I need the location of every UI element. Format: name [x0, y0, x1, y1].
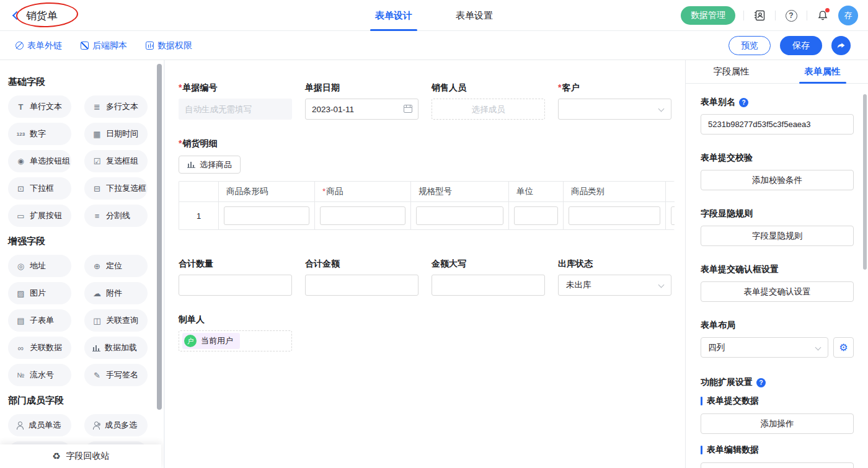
script-icon [81, 42, 89, 50]
field-item-single-line-text[interactable]: 单行文本 [8, 95, 71, 118]
field-item-member-multi[interactable]: 成员多选 [84, 414, 148, 436]
submit-data-add-button[interactable]: 添加操作 [701, 413, 854, 434]
edit-data-add-button[interactable]: 添加操作 [701, 462, 854, 468]
section-title-enhanced: 增强字段 [8, 236, 164, 247]
submit-confirm-button[interactable]: 表单提交确认设置 [701, 281, 854, 302]
preview-button[interactable]: 预览 [728, 36, 771, 55]
doc-no-label: 单据编号 [179, 82, 292, 94]
radio-icon [16, 157, 25, 166]
contact-book-icon[interactable] [752, 8, 767, 23]
backend-script-action[interactable]: 后端脚本 [81, 40, 127, 51]
unit-input[interactable] [514, 206, 558, 225]
field-item-image[interactable]: 图片 [8, 282, 71, 304]
spec-input[interactable] [416, 206, 503, 225]
subform-icon [16, 316, 25, 325]
field-item-checkbox-group[interactable]: 复选框组 [84, 150, 148, 172]
locate-icon [92, 262, 102, 271]
add-validation-button[interactable]: 添加校验条件 [701, 170, 854, 190]
field-item-subform[interactable]: 子表单 [8, 309, 71, 332]
field-total-amount[interactable]: 合计金额 [305, 258, 418, 296]
field-item-link-query[interactable]: 关联查询 [84, 309, 148, 332]
member-single-icon [16, 422, 24, 430]
tab-form-design[interactable]: 表单设计 [373, 0, 415, 31]
field-item-address[interactable]: 地址 [8, 255, 71, 277]
field-item-attachment[interactable]: 附件 [84, 282, 148, 304]
field-item-locate[interactable]: 定位 [84, 255, 148, 277]
barcode-input[interactable] [224, 206, 309, 225]
share-icon[interactable] [831, 36, 851, 55]
calendar-icon [404, 105, 412, 113]
notification-bell-icon[interactable] [815, 8, 830, 23]
creator-picker[interactable]: 户 当前用户 [179, 330, 292, 351]
back-icon[interactable] [12, 11, 21, 20]
field-doc-date[interactable]: 单据日期 [305, 82, 418, 120]
col-barcode-header: 商品条形码 [219, 182, 315, 202]
help-icon[interactable]: ? [739, 98, 748, 107]
category-input[interactable] [569, 206, 660, 225]
help-icon[interactable]: ? [784, 8, 799, 23]
field-amount-words[interactable]: 金额大写 [432, 258, 545, 296]
field-visibility-button[interactable]: 字段显隐规则 [701, 226, 854, 246]
sidebar-scrollbar[interactable] [157, 64, 162, 410]
field-item-signature[interactable]: 手写签名 [84, 364, 148, 386]
salesperson-label: 销售人员 [432, 82, 545, 94]
customer-select[interactable] [558, 99, 671, 120]
form-alias-input[interactable] [701, 114, 854, 135]
help-icon[interactable]: ? [756, 378, 766, 387]
col-product-header: 商品 [315, 182, 411, 202]
tab-field-properties[interactable]: 字段属性 [686, 60, 777, 83]
save-button[interactable]: 保存 [780, 36, 822, 55]
signature-icon [92, 371, 102, 380]
divider-icon [92, 211, 102, 221]
tab-form-settings[interactable]: 表单设置 [453, 0, 495, 31]
field-item-serial-number[interactable]: 流水号 [8, 364, 71, 386]
link-query-icon [92, 316, 102, 325]
gear-icon: ⚙ [839, 342, 848, 353]
data-manage-button[interactable]: 数据管理 [681, 6, 735, 25]
field-item-member-single[interactable]: 成员单选 [8, 414, 71, 436]
field-doc-no[interactable]: 单据编号 [179, 82, 292, 120]
field-customer[interactable]: 客户 [558, 82, 671, 120]
field-salesperson[interactable]: 销售人员 [432, 82, 545, 120]
clipped-input[interactable] [671, 206, 675, 225]
data-permission-action[interactable]: 数据权限 [146, 40, 192, 51]
col-category-header: 商品类别 [564, 182, 666, 202]
field-item-link-data[interactable]: 关联数据 [8, 337, 71, 359]
header-tabs: 表单设计 表单设置 [373, 0, 495, 31]
layout-settings-button[interactable]: ⚙ [833, 337, 854, 358]
panel-scrollbar[interactable] [863, 94, 867, 270]
field-total-qty[interactable]: 合计数量 [179, 258, 292, 296]
stock-status-select[interactable]: 未出库 [558, 275, 671, 296]
total-amount-input[interactable] [305, 275, 418, 296]
submit-data-group-label: 表单提交数据 [701, 395, 854, 407]
field-item-dropdown[interactable]: 下拉框 [8, 177, 71, 200]
total-qty-input[interactable] [179, 275, 292, 296]
field-item-radio-group[interactable]: 单选按钮组 [8, 150, 71, 172]
product-input[interactable] [320, 206, 405, 225]
field-item-extend-button[interactable]: 扩展按钮 [8, 205, 71, 227]
field-stock-status[interactable]: 出库状态 未出库 [558, 258, 671, 296]
field-item-multi-line-text[interactable]: 多行文本 [84, 95, 148, 118]
field-creator[interactable]: 制单人 户 当前用户 [179, 314, 685, 351]
field-item-number[interactable]: 数字 [8, 123, 71, 145]
choose-product-button[interactable]: 选择商品 [179, 156, 241, 174]
data-load-icon [92, 345, 100, 351]
doc-date-input[interactable] [305, 99, 418, 120]
divider [743, 11, 744, 20]
tab-form-properties[interactable]: 表单属性 [777, 60, 868, 83]
external-link-action[interactable]: 表单外链 [16, 40, 62, 51]
section-title-basic: 基础字段 [8, 76, 164, 88]
doc-no-input[interactable] [179, 99, 292, 120]
table-row: 1 [179, 202, 675, 230]
detail-section: 销货明细 选择商品 商品条形码 商品 规格型号 单位 商品类别 1 [179, 138, 685, 230]
user-avatar[interactable]: 存 [838, 6, 858, 25]
field-item-dropdown-multi[interactable]: 下拉复选框 [84, 177, 148, 200]
salesperson-picker[interactable] [432, 99, 545, 120]
address-icon [16, 262, 25, 271]
field-item-datetime[interactable]: 日期时间 [84, 123, 148, 145]
field-item-divider[interactable]: 分割线 [84, 205, 148, 227]
layout-select[interactable]: 四列 [701, 337, 828, 358]
field-recycle-bin[interactable]: 字段回收站 [0, 444, 161, 468]
field-item-data-load[interactable]: 数据加载 [84, 337, 148, 359]
amount-words-input[interactable] [432, 275, 545, 296]
